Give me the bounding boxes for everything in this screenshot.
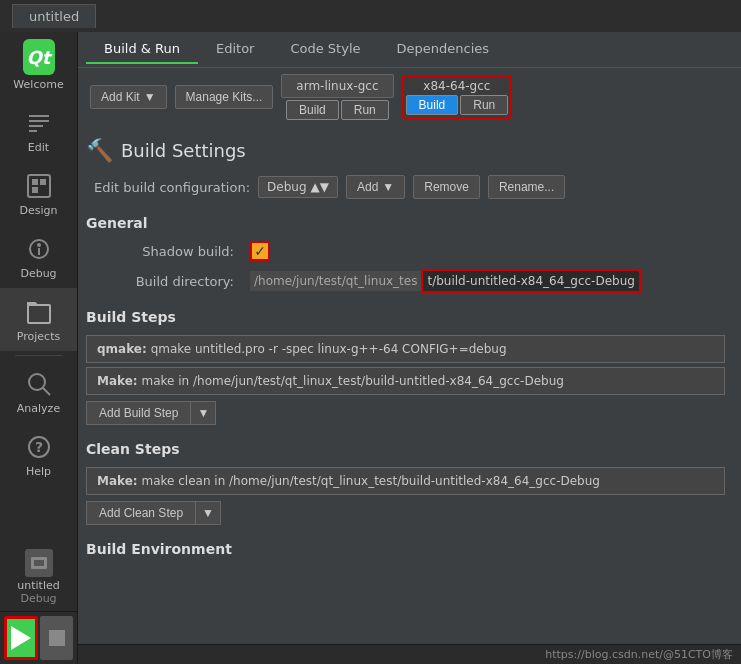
svg-rect-5 (32, 179, 38, 185)
svg-rect-3 (29, 130, 37, 132)
kit2-buttons: Build Run (406, 95, 509, 115)
add-build-step-button[interactable]: Add Build Step (86, 401, 190, 425)
general-title: General (86, 215, 725, 231)
sidebar-label-welcome: Welcome (13, 78, 63, 91)
svg-line-13 (43, 388, 50, 395)
sidebar-item-analyze[interactable]: Analyze (0, 360, 77, 423)
project-name-item: untitled Debug (0, 543, 77, 611)
kit1-label[interactable]: arm-linux-gcc (281, 74, 393, 98)
build-step-0-value: qmake untitled.pro -r -spec linux-g++-64… (151, 342, 507, 356)
stop-button[interactable] (40, 616, 73, 660)
kit1-group: arm-linux-gcc Build Run (281, 74, 393, 120)
build-step-1-name: Make: (97, 374, 138, 388)
build-steps-section: Build Steps qmake: qmake untitled.pro -r… (86, 309, 725, 425)
config-select[interactable]: Debug ▲▼ (258, 176, 338, 198)
rename-config-button[interactable]: Rename... (488, 175, 565, 199)
config-dropdown-icon: ▲▼ (311, 180, 329, 194)
svg-point-9 (37, 243, 41, 247)
svg-rect-6 (40, 179, 46, 185)
config-row: Edit build configuration: Debug ▲▼ Add ▼… (86, 175, 725, 199)
sidebar-item-help[interactable]: ? Help (0, 423, 77, 486)
svg-rect-0 (29, 115, 49, 117)
sidebar-item-welcome[interactable]: Qt Welcome (0, 36, 77, 99)
clean-step-0-name: Make: (97, 474, 138, 488)
edit-icon (23, 107, 55, 139)
tab-build-run[interactable]: Build & Run (86, 35, 198, 64)
general-grid: Shadow build: ✓ Build directory: /home/j… (86, 241, 725, 293)
build-step-0[interactable]: qmake: qmake untitled.pro -r -spec linux… (86, 335, 725, 363)
add-kit-button[interactable]: Add Kit ▼ (90, 85, 167, 109)
help-icon: ? (23, 431, 55, 463)
svg-rect-2 (29, 125, 43, 127)
remove-config-button[interactable]: Remove (413, 175, 480, 199)
kit2-build-button[interactable]: Build (406, 95, 459, 115)
kit2-label[interactable]: x84-64-gcc (423, 79, 490, 93)
sidebar-project-label: untitled (17, 579, 59, 592)
sidebar-label-projects: Projects (17, 330, 60, 343)
svg-text:?: ? (34, 439, 42, 455)
add-clean-step-container: Add Clean Step ▼ (86, 501, 725, 525)
svg-rect-11 (28, 305, 50, 323)
add-dropdown-icon: ▼ (382, 180, 394, 194)
kit1-run-button[interactable]: Run (341, 100, 389, 120)
sidebar-label-debug: Debug (20, 267, 56, 280)
projects-icon (23, 296, 55, 328)
run-button[interactable] (4, 616, 38, 660)
main-layout: Qt Welcome Edit (0, 32, 741, 664)
sidebar-item-edit[interactable]: Edit (0, 99, 77, 162)
sidebar-separator (15, 355, 61, 356)
sidebar-item-design[interactable]: Design (0, 162, 77, 225)
tab-dependencies[interactable]: Dependencies (379, 35, 508, 64)
add-build-step-container: Add Build Step ▼ (86, 401, 725, 425)
add-clean-step-dropdown[interactable]: ▼ (195, 501, 221, 525)
title-tab[interactable]: untitled (12, 4, 96, 28)
sidebar: Qt Welcome Edit (0, 32, 78, 664)
scroll-content[interactable]: 🔨 Build Settings Edit build configuratio… (78, 126, 741, 644)
run-button-area (0, 611, 77, 664)
checkmark-icon: ✓ (254, 243, 266, 259)
analyze-icon (23, 368, 55, 400)
general-section: General Shadow build: ✓ Build directory:… (86, 215, 725, 293)
status-bar: https://blog.csdn.net/@51CTO博客 (78, 644, 741, 664)
build-dir-part2[interactable]: t/build-untitled-x84_64_gcc-Debug (421, 269, 640, 293)
shadow-build-checkbox[interactable]: ✓ (250, 241, 270, 261)
manage-kits-button[interactable]: Manage Kits... (175, 85, 274, 109)
svg-rect-10 (38, 248, 40, 255)
tab-editor[interactable]: Editor (198, 35, 272, 64)
kit1-build-button[interactable]: Build (286, 100, 339, 120)
qt-logo: Qt (23, 39, 55, 75)
toolbar: Add Kit ▼ Manage Kits... arm-linux-gcc B… (78, 68, 741, 126)
kit2-run-button[interactable]: Run (460, 95, 508, 115)
add-config-button[interactable]: Add ▼ (346, 175, 405, 199)
kit2-inner: x84-64-gcc Build Run (406, 79, 509, 115)
stop-square-icon (49, 630, 65, 646)
sidebar-label-design: Design (20, 204, 58, 217)
build-step-1[interactable]: Make: make in /home/jun/test/qt_linux_te… (86, 367, 725, 395)
svg-point-12 (29, 374, 45, 390)
clean-step-0[interactable]: Make: make clean in /home/jun/test/qt_li… (86, 467, 725, 495)
welcome-icon: Qt (23, 44, 55, 76)
config-label: Edit build configuration: (94, 180, 250, 195)
shadow-build-value: ✓ (250, 241, 725, 261)
build-dir-value: /home/jun/test/qt_linux_test/build-untit… (250, 269, 725, 293)
sidebar-label-analyze: Analyze (17, 402, 60, 415)
clean-steps-section: Clean Steps Make: make clean in /home/ju… (86, 441, 725, 525)
main-content: Build & Run Editor Code Style Dependenci… (78, 32, 741, 664)
kit2-group: x84-64-gcc Build Run (402, 75, 513, 119)
build-step-1-value: make in /home/jun/test/qt_linux_test/bui… (141, 374, 563, 388)
dropdown-arrow-icon: ▼ (144, 90, 156, 104)
design-icon (23, 170, 55, 202)
build-settings-header: 🔨 Build Settings (86, 138, 725, 163)
build-steps-title: Build Steps (86, 309, 725, 325)
title-bar: untitled (0, 0, 741, 32)
debug-icon (23, 233, 55, 265)
add-build-step-dropdown[interactable]: ▼ (190, 401, 216, 425)
svg-rect-17 (34, 560, 44, 566)
tab-code-style[interactable]: Code Style (272, 35, 378, 64)
hammer-icon: 🔨 (86, 138, 113, 163)
build-environment-section: Build Environment (86, 541, 725, 557)
build-dir-label: Build directory: (102, 269, 242, 293)
sidebar-item-debug[interactable]: Debug (0, 225, 77, 288)
sidebar-item-projects[interactable]: Projects (0, 288, 77, 351)
add-clean-step-button[interactable]: Add Clean Step (86, 501, 195, 525)
